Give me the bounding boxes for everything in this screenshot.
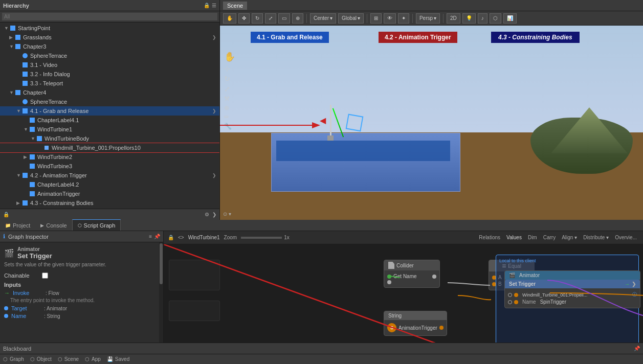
status-app[interactable]: ⬡ App: [85, 356, 101, 362]
move-tool-btn[interactable]: ✤: [238, 13, 250, 24]
zoom-slider[interactable]: [241, 237, 282, 239]
tree-item-windmill-propellors[interactable]: Windmill_Turbine_001:Propellors10: [0, 143, 219, 152]
saved-status-icon: 💾: [107, 356, 113, 362]
dimmed-nodes-left2: [169, 301, 220, 321]
grid-btn[interactable]: ⊞: [370, 13, 382, 24]
scene-label-animation-trigger[interactable]: 4.2 - Animation Trigger: [379, 32, 457, 43]
gizmo-dot: ⊕: [224, 104, 245, 111]
port-dot-orange-name: [514, 300, 518, 304]
stats-btn[interactable]: 📊: [503, 13, 517, 24]
menu-icon[interactable]: ☰: [212, 3, 216, 8]
chevron-right-icon: ❯: [632, 281, 636, 287]
tree-item-video-3[interactable]: 3.1 - Video: [0, 60, 219, 70]
global-btn[interactable]: Global ▾: [338, 13, 364, 24]
tree-item-wind-turbine-body[interactable]: ▼ WindTurbineBody: [0, 134, 219, 143]
align-btn[interactable]: Align ▾: [560, 234, 579, 241]
port-dot-orange-target: [514, 293, 518, 297]
relations-btn[interactable]: Relations: [477, 234, 502, 241]
rotate-tool-btn[interactable]: ↻: [252, 13, 263, 24]
persp-btn[interactable]: Persp ▾: [416, 13, 440, 24]
tree-item-wind-turbine-2[interactable]: ▶ WindTurbine2: [0, 152, 219, 162]
chevron-right-anim: ❯: [212, 173, 216, 178]
local-to-client-box: Local to this client 🎬 Animator Set Trig…: [496, 255, 639, 343]
sep3: [412, 14, 413, 23]
inspector-pin-icon[interactable]: 📌: [154, 234, 160, 239]
tree-item-constraining-bodies[interactable]: ▶ 4.3 - Constraining Bodies: [0, 198, 219, 208]
distribute-btn[interactable]: Distribute ▾: [581, 234, 611, 241]
cube-icon-animation-trigger: [21, 172, 29, 179]
2d-btn[interactable]: 2D: [447, 13, 460, 24]
hierarchy-header: Hierarchy 🔒 ☰: [0, 0, 219, 11]
chevron-down-icon3: ▾: [434, 15, 436, 21]
gizmo-rotate: ↻: [224, 75, 245, 83]
fx-btn[interactable]: ✦: [398, 13, 409, 24]
label-starting-point: StartingPoint: [18, 25, 50, 31]
scene-tab[interactable]: Scene: [223, 2, 247, 10]
tab-project[interactable]: 📁 Project: [0, 219, 35, 231]
port-dot-string-out: [439, 326, 444, 330]
hierarchy-header-icons: 🔒 ☰: [204, 3, 216, 8]
string-node-header: String: [384, 311, 447, 320]
tree-item-chapter4[interactable]: ▼ Chapter4: [0, 88, 219, 97]
tree-arrow-wind-turbine-2: ▶: [24, 154, 29, 160]
tree-item-teleport-3[interactable]: 3.3 - Teleport: [0, 79, 219, 88]
scale-tool-btn[interactable]: ⤢: [265, 13, 276, 24]
wind-turbine-breadcrumb[interactable]: WindTurbine1: [188, 235, 220, 240]
tree-item-visual-scripting[interactable]: VisualScripting SceneVariables: [0, 208, 219, 209]
cube-icon-grab-release: [21, 107, 29, 115]
status-scene[interactable]: ⬡ Scene: [58, 356, 79, 362]
tree-item-info-dialog[interactable]: 3.2 - Info Dialog: [0, 70, 219, 79]
cube-icon-constraining: [21, 199, 29, 207]
inspector-scrollbar[interactable]: [159, 242, 163, 343]
tab-script-graph[interactable]: ⬡ Script Graph: [72, 219, 121, 231]
rect-tool-btn[interactable]: ▭: [278, 13, 290, 24]
fx-btn2[interactable]: ⬡: [490, 13, 501, 24]
tree-item-starting-point[interactable]: ▼ StartingPoint: [0, 24, 219, 33]
lock-icon[interactable]: 🔒: [204, 3, 210, 8]
tree-item-chapter-label-4-1[interactable]: ChapterLabel4.1: [0, 116, 219, 125]
scene-toolbar: ✋ ✤ ↻ ⤢ ▭ ⊕ Center ▾ Global ▾ ⊞ 👁 ✦: [220, 11, 643, 26]
label-wind-turbine-3: WindTurbine3: [37, 163, 72, 169]
port-target-prop: Windmill_Turbine_001:Propell... ⓘ: [508, 291, 637, 298]
overview-btn[interactable]: Overvie...: [613, 234, 639, 241]
cube-icon-chapter4: [14, 89, 21, 96]
vis-btn[interactable]: 👁: [384, 13, 396, 24]
transform-tool-btn[interactable]: ⊕: [292, 13, 303, 24]
dim-btn[interactable]: Dim: [526, 234, 539, 241]
string-node-body: S AnimationTrigger: [384, 320, 447, 335]
tree-item-grab-release[interactable]: ▼ 4.1 - Grab and Release ❯: [0, 106, 219, 116]
status-object[interactable]: ⬡ Object: [30, 356, 52, 362]
carry-btn[interactable]: Carry: [541, 234, 558, 241]
tab-console[interactable]: ▶ Console: [35, 219, 72, 231]
audio-btn[interactable]: ♪: [478, 13, 487, 24]
tree-item-sphere-terrace-4[interactable]: SphereTerrace: [0, 97, 219, 106]
label-wind-turbine-1: WindTurbine1: [37, 126, 72, 132]
chainable-checkbox[interactable]: [42, 272, 48, 279]
tree-item-chapter3[interactable]: ▼ Chapter3: [0, 42, 219, 51]
center-btn[interactable]: Center ▾: [310, 13, 336, 24]
scene-label-grab-release[interactable]: 4.1 - Grab and Release: [251, 32, 329, 43]
svg-line-2: [164, 244, 501, 343]
blackboard-pin-icon[interactable]: 📌: [634, 346, 640, 351]
tree-item-animation-trigger-obj[interactable]: AnimationTrigger: [0, 189, 219, 198]
graph-node-string: String S AnimationTrigger: [384, 311, 447, 336]
tree-item-sphere-terrace-3[interactable]: SphereTerrace: [0, 51, 219, 60]
tree-item-animation-trigger[interactable]: ▼ 4.2 - Animation Trigger ❯: [0, 171, 219, 180]
tree-item-wind-turbine-1[interactable]: ▼ WindTurbine1: [0, 125, 219, 134]
light-btn[interactable]: 💡: [462, 13, 476, 24]
tab-script-graph-label: Script Graph: [84, 222, 116, 229]
graph-viewport: 🔒 <> WindTurbine1 Zoom 1x Relations Valu…: [164, 231, 643, 343]
global-label: Global: [342, 15, 357, 21]
bottom-content: ℹ Graph Inspector ≡ 📌 🎬 Animator Set Tr: [0, 231, 643, 343]
hand-tool-btn[interactable]: ✋: [223, 13, 236, 24]
tree-item-grasslands[interactable]: ▶ Grasslands ❯: [0, 33, 219, 42]
scene-label-constraining-bodies[interactable]: 4.3 - Constraining Bodies: [491, 32, 580, 43]
hierarchy-search-input[interactable]: [2, 13, 217, 20]
values-btn[interactable]: Values: [504, 234, 524, 241]
status-graph[interactable]: ⬡ Graph: [3, 356, 24, 362]
tree-item-wind-turbine-3[interactable]: WindTurbine3: [0, 162, 219, 171]
dimmed-nodes-left: [169, 260, 220, 290]
inspector-menu-icon[interactable]: ≡: [149, 234, 152, 239]
tree-item-chapter-label-4-2[interactable]: ChapterLabel4.2: [0, 180, 219, 189]
status-saved[interactable]: 💾 Saved: [107, 356, 129, 362]
